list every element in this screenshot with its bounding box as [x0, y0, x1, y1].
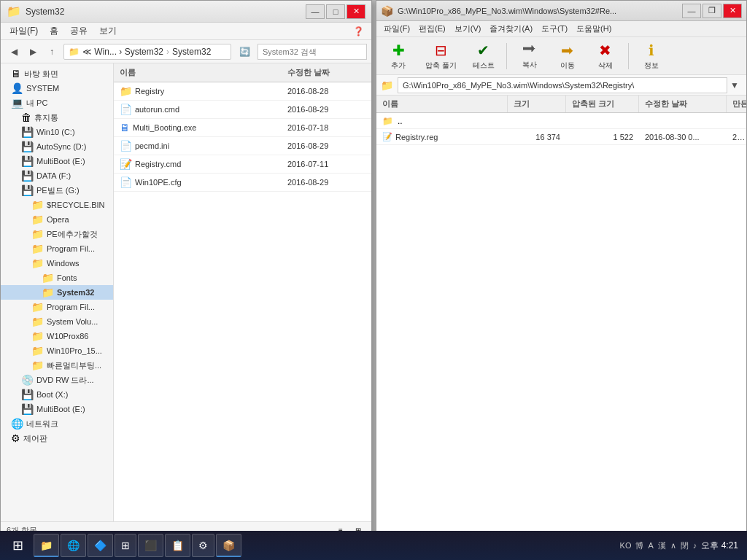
sidebar-item-g[interactable]: 💾 PE빌드 (G:): [1, 183, 113, 198]
sidebar-item-system32[interactable]: 📁 System32: [1, 285, 113, 300]
explorer-menu-bar: 파일(F) 홈 공유 보기 ❓: [1, 23, 371, 40]
zip-address-path[interactable]: G:\Win10Pro_x86_MyPE_No3.wim\Windows\Sys…: [398, 77, 727, 93]
refresh-button[interactable]: 🔄: [234, 44, 255, 60]
ime-han[interactable]: 漢: [658, 540, 666, 551]
reg-file-name: Registry.reg: [395, 133, 438, 141]
up-button[interactable]: ↑: [43, 44, 61, 60]
taskbar-settings-btn[interactable]: ⚙: [192, 534, 214, 557]
zip-menu-edit[interactable]: 편집(E): [414, 22, 450, 36]
add-label: 추가: [391, 61, 406, 71]
sidebar-item-fonts[interactable]: 📁 Fonts: [1, 271, 113, 285]
sidebar-item-x[interactable]: 💾 Boot (X:): [1, 387, 113, 402]
taskbar-zip-btn[interactable]: 📦: [216, 534, 241, 557]
close-button[interactable]: ✕: [347, 4, 365, 19]
lang-ko[interactable]: KO: [620, 541, 632, 550]
sidebar-item-trash[interactable]: 🗑 휴지통: [1, 110, 113, 125]
sidebar-item-e2[interactable]: 💾 MultiBoot (E:): [1, 402, 113, 416]
clock[interactable]: 오후 4:21: [701, 540, 738, 552]
taskbar-files-btn[interactable]: 📋: [165, 534, 190, 557]
sidebar-item-system[interactable]: 👤 SYSTEM: [1, 81, 113, 96]
zip-copy-button[interactable]: ⮕ 복사: [512, 39, 547, 73]
file-row-registrycmd[interactable]: 📝 Registry.cmd 2016-07-11: [114, 155, 371, 174]
reg-file-compressed: 1 522: [566, 131, 639, 143]
zip-dotdot-row[interactable]: 📁 ..: [376, 113, 746, 129]
sidebar-item-recycle[interactable]: 📁 $RECYCLE.BIN: [1, 198, 113, 212]
zip-menu-favorites[interactable]: 즐겨찾기(A): [485, 22, 537, 36]
minimize-button[interactable]: —: [306, 4, 325, 19]
taskbar-chrome-btn[interactable]: 🌐: [61, 534, 86, 557]
zip-add-button[interactable]: ✚ 추가: [381, 39, 416, 74]
back-button[interactable]: ◀: [5, 44, 23, 60]
sidebar-item-e[interactable]: 💾 MultiBoot (E:): [1, 154, 113, 168]
sidebar-item-controlpanel[interactable]: ⚙ 제어판: [1, 431, 113, 446]
menu-share[interactable]: 공유: [64, 23, 93, 39]
taskbar-explorer-btn[interactable]: 📁: [34, 534, 59, 557]
sidebar-item-w10x86[interactable]: 📁 W10Prox86: [1, 329, 113, 343]
menu-file[interactable]: 파일(F): [4, 23, 44, 39]
file-row-autorun[interactable]: 📄 autorun.cmd 2016-08-29: [114, 101, 371, 119]
file-row-pecmd[interactable]: 📄 pecmd.ini 2016-08-29: [114, 137, 371, 155]
sidebar-item-c[interactable]: 💾 Win10 (C:): [1, 125, 113, 139]
sidebar-item-win10pro15[interactable]: 📁 Win10Pro_15...: [1, 343, 113, 358]
zip-file-row-registryreg[interactable]: 📝 Registry.reg 16 374 1 522 2016-08-30 0…: [376, 129, 746, 145]
sidebar-item-f[interactable]: 💾 DATA (F:): [1, 168, 113, 183]
zip-test-button[interactable]: ✔ 테스트: [466, 39, 501, 74]
zip-delete-button[interactable]: ✖ 삭제: [588, 39, 623, 74]
explorer-title-bar: 📁 System32 — □ ✕: [1, 1, 371, 23]
taskbar-windows-btn[interactable]: ⊞: [115, 534, 136, 557]
file-row-win10pecfg[interactable]: 📄 Win10PE.cfg 2016-08-29: [114, 174, 371, 192]
zip-extract-button[interactable]: ⊟ 압축 풀기: [419, 39, 463, 74]
network-tray-icon[interactable]: 閉: [681, 540, 689, 551]
tray-expand[interactable]: ∧: [670, 541, 676, 551]
zip-col-compressed[interactable]: 압축된 크기: [566, 96, 639, 112]
pc-icon: 💻: [11, 97, 23, 109]
file-row-multibooting[interactable]: 🖥 Multi_Booting.exe 2016-07-18: [114, 119, 371, 137]
zip-info-button[interactable]: ℹ 정보: [634, 39, 669, 74]
col-date-header[interactable]: 수정한 날짜: [282, 66, 371, 79]
zip-close-button[interactable]: ✕: [723, 4, 742, 18]
sidebar-item-progfiles2[interactable]: 📁 Program Fil...: [1, 300, 113, 314]
volume-icon[interactable]: ♪: [693, 541, 697, 550]
col-name-header[interactable]: 이름: [114, 66, 282, 79]
sidebar-item-windows[interactable]: 📁 Windows: [1, 256, 113, 271]
sidebar-item-desktop[interactable]: 🖥 바탕 화면: [1, 66, 113, 81]
copy-icon: ⮕: [522, 42, 537, 58]
sidebar-item-progfiles1[interactable]: 📁 Program Fil...: [1, 241, 113, 256]
zip-menu-view[interactable]: 보기(V): [450, 22, 486, 36]
menu-home[interactable]: 홈: [44, 23, 64, 39]
zip-move-button[interactable]: ➡ 이동: [550, 39, 585, 74]
sidebar-item-network[interactable]: 🌐 네트워크: [1, 416, 113, 431]
search-input[interactable]: [258, 44, 367, 60]
sidebar-item-fastmulti[interactable]: 📁 빠른멀티부팅...: [1, 358, 113, 373]
address-path-field[interactable]: 📁 ≪ Win... › System32 › System32: [63, 44, 231, 60]
sidebar-item-d[interactable]: 💾 AutoSync (D:): [1, 139, 113, 154]
menu-view[interactable]: 보기: [93, 23, 123, 39]
zip-menu-help[interactable]: 도움말(H): [572, 22, 616, 36]
taskbar-ie-btn[interactable]: 🔷: [88, 534, 113, 557]
zip-col-created[interactable]: 만든 날...: [727, 96, 746, 112]
ime-a[interactable]: A: [648, 541, 653, 550]
maximize-button[interactable]: □: [326, 4, 345, 19]
file-row-registry[interactable]: 📁 Registry 2016-08-28: [114, 82, 371, 101]
zip-menu-file[interactable]: 파일(F): [379, 22, 414, 36]
explorer-main-content: 🖥 바탕 화면 👤 SYSTEM 💻 내 PC 🗑 휴지통 💾 Win10 (C…: [1, 63, 371, 521]
address-text: ≪ Win... › System32: [82, 47, 163, 57]
sidebar-item-pe-extra[interactable]: 📁 PE에추가할것: [1, 227, 113, 241]
zip-addr-dropdown[interactable]: ▼: [727, 80, 742, 90]
zip-col-modified[interactable]: 수정한 날짜: [639, 96, 727, 112]
network-icon: 🌐: [11, 418, 23, 429]
sidebar-item-opera[interactable]: 📁 Opera: [1, 212, 113, 227]
taskbar-cmd-btn[interactable]: ⬛: [138, 534, 163, 557]
sidebar-item-sysvol[interactable]: 📁 System Volu...: [1, 314, 113, 329]
zip-minimize-button[interactable]: —: [682, 4, 701, 18]
zip-restore-button[interactable]: ❐: [703, 4, 721, 18]
forward-button[interactable]: ▶: [24, 44, 42, 60]
sidebar-item-dvd[interactable]: 💿 DVD RW 드라...: [1, 373, 113, 387]
ime-icon[interactable]: 博: [635, 540, 643, 551]
zip-col-name[interactable]: 이름: [376, 96, 508, 112]
zip-menu-tools[interactable]: 도구(T): [537, 22, 572, 36]
sidebar-item-mypc[interactable]: 💻 내 PC: [1, 96, 113, 110]
help-btn[interactable]: ❓: [349, 25, 368, 38]
start-button[interactable]: ⊞: [3, 532, 32, 559]
zip-col-size[interactable]: 크기: [508, 96, 566, 112]
